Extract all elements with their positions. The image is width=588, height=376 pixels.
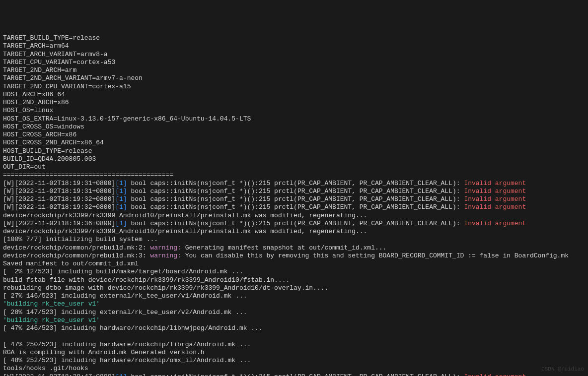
env-line: HOST_ARCH=x86_64 — [3, 91, 65, 98]
fstab-line: build fstab file with device/rockchip/rk… — [3, 276, 290, 284]
progress-line: [ 47% 250/523] including hardware/rockch… — [3, 341, 251, 348]
env-line: HOST_OS_EXTRA=Linux-3.13.0-157-generic-x… — [3, 115, 251, 123]
terminal-output[interactable]: TARGET_BUILD_TYPE=release TARGET_ARCH=ar… — [3, 34, 585, 376]
warn-line: [W][2022-11-02T18:20:47+0800][1] bool ca… — [3, 373, 526, 376]
watermark: CSDN @ruidiao — [541, 366, 584, 373]
env-line: TARGET_ARCH_VARIANT=armv8-a — [3, 51, 108, 58]
warn-line: [W][2022-11-02T18:19:32+0800][1] bool ca… — [3, 203, 526, 211]
progress-line: [ 48% 252/523] including hardware/rockch… — [3, 357, 251, 364]
env-line: TARGET_2ND_ARCH_VARIANT=armv7-a-neon — [3, 74, 143, 82]
env-line: HOST_CROSS_ARCH=x86 — [3, 131, 76, 138]
regen-line: device/rockchip/rk3399/rk3399_Android10/… — [3, 228, 367, 235]
warn-line: [W][2022-11-02T18:19:36+0800][1] bool ca… — [3, 220, 526, 227]
env-line: ========================================… — [3, 171, 173, 179]
env-line: HOST_CROSS_OS=windows — [3, 123, 84, 130]
progress-line: [ 47% 246/523] including hardware/rockch… — [3, 324, 263, 332]
regen-line: device/rockchip/rk3399/rk3399_Android10/… — [3, 212, 367, 219]
warn-line: [W][2022-11-02T18:19:32+0800][1] bool ca… — [3, 195, 526, 203]
env-line: TARGET_2ND_ARCH=arm — [3, 66, 76, 74]
env-line: HOST_BUILD_TYPE=release — [3, 147, 92, 155]
env-line: TARGET_ARCH=arm64 — [3, 42, 69, 50]
env-line: BUILD_ID=QD4A.200805.003 — [3, 155, 96, 163]
env-line: OUT_DIR=out — [3, 163, 46, 171]
env-line: TARGET_CPU_VARIANT=cortex-a53 — [3, 59, 115, 66]
dtbo-line: rebuilding dtbo image with device/rockch… — [3, 284, 328, 292]
env-line: HOST_OS=linux — [3, 107, 53, 114]
progress-line: [100% 7/7] initializing build system ... — [3, 236, 158, 243]
rga-line: RGA is compiling with Android.mk Generat… — [3, 349, 205, 356]
env-line: TARGET_2ND_CPU_VARIANT=cortex-a15 — [3, 83, 131, 90]
saved-line: Saved manifest to out/commit_id.xml — [3, 260, 139, 267]
prebuild-warn: device/rockchip/common/prebuild.mk:3: wa… — [3, 252, 569, 259]
tee-line: 'building rk_tee_user v1' — [3, 316, 100, 324]
prebuild-warn: device/rockchip/common/prebuild.mk:2: wa… — [3, 244, 386, 251]
env-line: TARGET_BUILD_TYPE=release — [3, 34, 100, 42]
env-line: HOST_CROSS_2ND_ARCH=x86_64 — [3, 139, 104, 146]
warn-line: [W][2022-11-02T18:19:31+0800][1] bool ca… — [3, 180, 526, 187]
env-line: HOST_2ND_ARCH=x86 — [3, 99, 69, 106]
warn-line: [W][2022-11-02T18:19:31+0800][1] bool ca… — [3, 188, 526, 195]
hooks-line: tools/hooks .git/hooks — [3, 365, 88, 372]
progress-line: [ 28% 147/523] including external/rk_tee… — [3, 309, 247, 316]
tee-line: 'building rk_tee_user v1' — [3, 300, 100, 308]
progress-line: [ 2% 12/523] including build/make/target… — [3, 268, 243, 275]
progress-line: [ 27% 146/523] including external/rk_tee… — [3, 292, 247, 300]
